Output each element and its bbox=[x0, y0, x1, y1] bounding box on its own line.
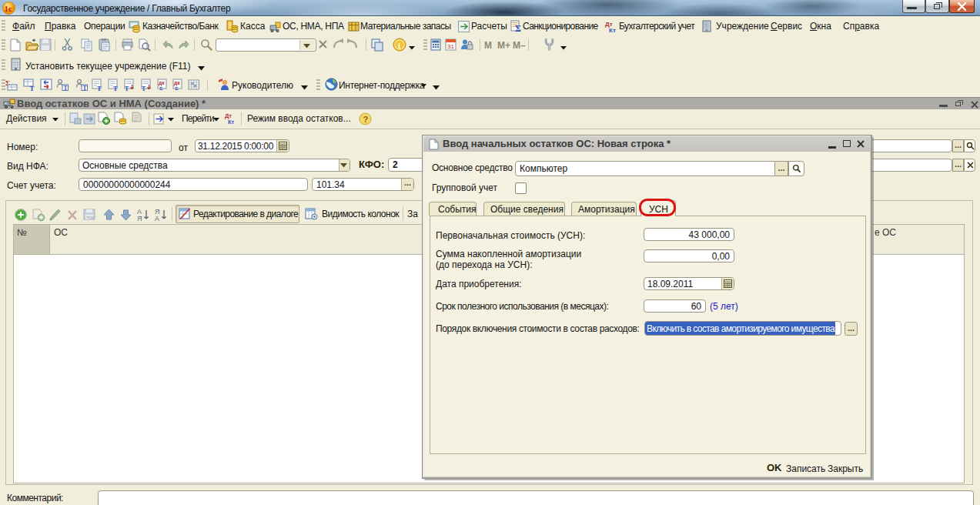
svg-text:А: А bbox=[155, 215, 159, 222]
svg-text:31: 31 bbox=[447, 43, 454, 50]
svg-text:T: T bbox=[125, 85, 129, 92]
svg-text:Σ: Σ bbox=[515, 23, 521, 34]
svg-text:1с: 1с bbox=[5, 4, 13, 13]
svg-text:T: T bbox=[64, 85, 68, 92]
svg-text:T: T bbox=[30, 85, 35, 92]
svg-text:i: i bbox=[398, 41, 400, 50]
svg-text:T: T bbox=[113, 85, 118, 92]
svg-text:Кт: Кт bbox=[228, 119, 235, 125]
svg-text:T: T bbox=[83, 85, 87, 92]
svg-text:Кт: Кт bbox=[609, 27, 616, 34]
svg-text:ТОК: ТОК bbox=[86, 216, 94, 220]
svg-text:Σ: Σ bbox=[175, 85, 179, 92]
svg-text:T: T bbox=[97, 85, 102, 92]
svg-text:T: T bbox=[142, 85, 146, 92]
svg-text:Σ: Σ bbox=[159, 85, 163, 92]
svg-text:?: ? bbox=[363, 115, 369, 124]
svg-text:Я: Я bbox=[137, 215, 142, 222]
